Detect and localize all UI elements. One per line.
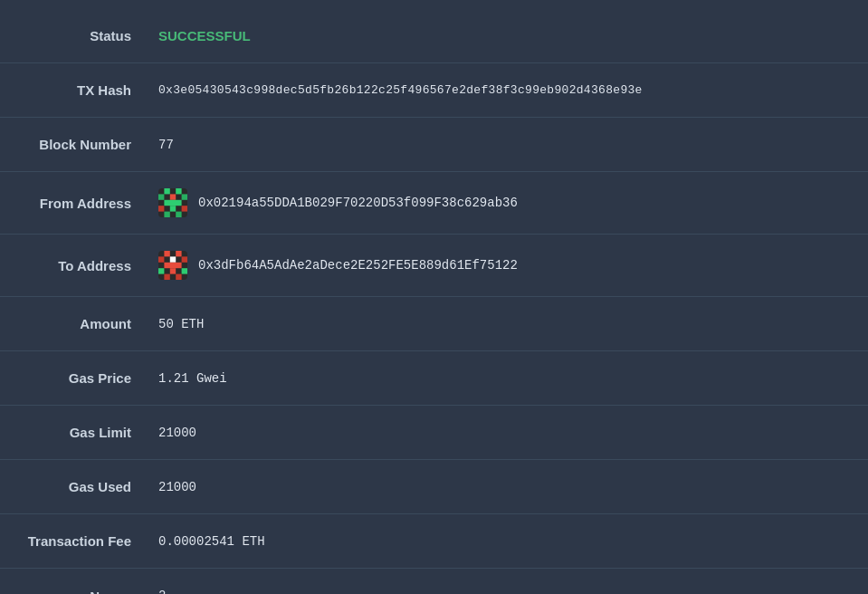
svg-rect-19 xyxy=(158,268,164,273)
gas-limit-row: Gas Limit 21000 xyxy=(0,406,868,460)
svg-rect-20 xyxy=(170,268,176,273)
tx-hash-row: TX Hash 0x3e05430543c998dec5d5fb26b122c2… xyxy=(0,63,868,118)
svg-rect-17 xyxy=(182,256,187,262)
status-badge: SUCCESSFUL xyxy=(158,28,251,43)
tx-hash-label: TX Hash xyxy=(18,82,158,98)
amount-label: Amount xyxy=(18,316,158,331)
gas-used-label: Gas Used xyxy=(18,479,158,494)
to-address-avatar xyxy=(158,251,187,280)
svg-rect-1 xyxy=(164,188,169,194)
svg-rect-3 xyxy=(158,194,164,199)
svg-rect-5 xyxy=(182,194,187,199)
transaction-details: Status SUCCESSFUL TX Hash 0x3e05430543c9… xyxy=(0,0,868,594)
svg-rect-22 xyxy=(164,274,169,280)
gas-price-row: Gas Price 1.21 Gwei xyxy=(0,351,868,406)
block-number-label: Block Number xyxy=(18,137,158,152)
svg-rect-21 xyxy=(182,268,187,273)
transaction-fee-label: Transaction Fee xyxy=(18,533,158,549)
gas-price-label: Gas Price xyxy=(18,370,158,386)
from-address-avatar xyxy=(158,188,187,217)
svg-rect-6 xyxy=(164,200,181,206)
nonce-value: 2 xyxy=(158,589,166,594)
from-address-label: From Address xyxy=(18,196,158,211)
to-address-value: 0x3dFb64A5AdAe2aDece2E252FE5E889d61Ef751… xyxy=(158,251,518,280)
svg-rect-10 xyxy=(164,212,169,217)
nonce-row: Nonce 2 xyxy=(0,569,868,594)
svg-rect-14 xyxy=(176,251,181,256)
gas-limit-value: 21000 xyxy=(158,426,196,440)
svg-rect-2 xyxy=(176,188,181,194)
svg-rect-9 xyxy=(182,206,187,211)
svg-rect-15 xyxy=(158,256,164,262)
from-address-row: From Address 0 xyxy=(0,172,868,235)
gas-used-row: Gas Used 21000 xyxy=(0,460,868,514)
svg-rect-23 xyxy=(176,274,181,280)
svg-rect-13 xyxy=(164,251,169,256)
amount-row: Amount 50 ETH xyxy=(0,297,868,351)
gas-limit-label: Gas Limit xyxy=(18,425,158,440)
from-address-value: 0x02194a55DDA1B029F70220D53f099F38c629ab… xyxy=(158,188,518,217)
tx-hash-value: 0x3e05430543c998dec5d5fb26b122c25f496567… xyxy=(158,83,643,97)
amount-value: 50 ETH xyxy=(158,317,204,331)
status-value: SUCCESSFUL xyxy=(158,28,251,43)
block-number-row: Block Number 77 xyxy=(0,118,868,172)
status-label: Status xyxy=(18,28,158,43)
transaction-fee-row: Transaction Fee 0.00002541 ETH xyxy=(0,514,868,569)
gas-price-value: 1.21 Gwei xyxy=(158,371,227,386)
to-address-label: To Address xyxy=(18,258,158,273)
transaction-fee-value: 0.00002541 ETH xyxy=(158,534,265,549)
svg-rect-4 xyxy=(170,194,176,199)
gas-used-value: 21000 xyxy=(158,480,196,494)
status-row: Status SUCCESSFUL xyxy=(0,9,868,63)
nonce-label: Nonce xyxy=(18,589,158,595)
block-number-value: 77 xyxy=(158,138,174,152)
svg-rect-7 xyxy=(158,206,164,211)
svg-rect-18 xyxy=(164,263,181,268)
to-address-row: To Address 0x3 xyxy=(0,235,868,297)
svg-rect-11 xyxy=(176,212,181,217)
to-address-text: 0x3dFb64A5AdAe2aDece2E252FE5E889d61Ef751… xyxy=(198,258,518,273)
svg-rect-16 xyxy=(170,256,176,262)
svg-rect-8 xyxy=(170,206,176,211)
from-address-text: 0x02194a55DDA1B029F70220D53f099F38c629ab… xyxy=(198,196,518,210)
